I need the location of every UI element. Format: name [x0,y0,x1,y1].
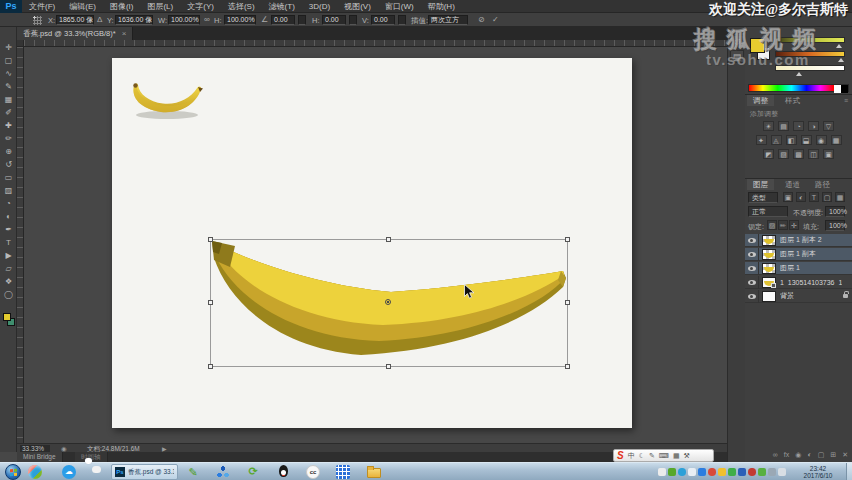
link-dimensions-icon[interactable]: ∞ [204,15,210,24]
height-field[interactable]: 100.00% [224,15,256,25]
tab-layers[interactable]: 图层 [747,179,774,190]
zoom-level-field[interactable]: 33.33% [20,445,50,452]
pen-tool[interactable]: ✒ [0,224,17,236]
quick-select-tool[interactable]: ✎ [0,81,17,93]
path-select-tool[interactable]: ▶ [0,250,17,262]
selective-color-icon[interactable]: ▣ [823,149,834,159]
color-slider-1[interactable] [775,37,845,43]
menu-edit[interactable]: 编辑(E) [62,0,103,13]
layer-visibility-toggle[interactable] [745,234,759,247]
cancel-transform-button[interactable]: ⊘ [478,15,485,24]
delete-layer-button[interactable]: ✕ [842,451,848,459]
photoshop-taskbar-button[interactable]: Ps 香蕉.psd @ 33.3... [111,464,178,480]
threshold-icon[interactable]: ▩ [793,149,804,159]
menu-3d[interactable]: 3D(D) [302,0,337,13]
new-group-button[interactable]: ▢ [818,451,825,459]
panel-foreground-color-swatch[interactable] [750,38,765,53]
vibrance-icon[interactable]: ▽ [823,121,834,131]
menu-view[interactable]: 视图(V) [337,0,378,13]
keyboard-icon[interactable]: ⌨ [659,452,669,460]
gradient-tool[interactable]: ▨ [0,185,17,197]
channel-mixer-icon[interactable]: ◉ [816,135,827,145]
add-mask-button[interactable]: ◉ [795,451,801,459]
dodge-tool[interactable]: ◐ [0,211,17,223]
show-desktop-button[interactable] [846,463,852,480]
posterize-icon[interactable]: ▨ [778,149,789,159]
layer-row[interactable]: 图层 1 副本 2 [745,234,852,247]
lasso-tool[interactable]: ∿ [0,68,17,80]
tray-icon[interactable] [678,468,686,476]
transform-handle-nw[interactable] [208,237,213,242]
tray-icon[interactable] [668,468,676,476]
properties-panel-icon[interactable]: ▤ [730,50,744,63]
close-tab-icon[interactable]: × [122,29,127,38]
color-slider-2[interactable] [775,51,845,57]
v-skew-field[interactable]: 0.00 [371,15,395,25]
healing-brush-tool[interactable]: ✚ [0,120,17,132]
notebook-app-icon[interactable] [336,465,350,479]
filter-smart-objects-icon[interactable]: ▦ [835,192,845,202]
document-tab[interactable]: 香蕉.psd @ 33.3%(RGB/8)* × [17,27,133,40]
transform-handle-s[interactable] [386,364,391,369]
zoom-tool[interactable]: ◯ [0,289,17,301]
layer-thumbnail[interactable] [762,249,776,260]
eraser-tool[interactable]: ▭ [0,172,17,184]
invert-icon[interactable]: ◩ [763,149,774,159]
layer-style-button[interactable]: fx [784,451,789,458]
tray-icon[interactable] [738,468,746,476]
transform-handle-ne[interactable] [565,237,570,242]
new-adjustment-button[interactable]: ◐ [807,451,811,458]
emoji-icon[interactable]: ▦ [673,452,680,460]
cloud-drive-icon[interactable]: ☁ [62,465,76,479]
creative-cloud-icon[interactable]: cc [306,465,320,479]
color-lookup-icon[interactable]: ▦ [831,135,842,145]
input-mode-chinese[interactable]: 中 [628,451,635,461]
layer-row[interactable]: 图层 1 副本 [745,248,852,261]
eyedropper-tool[interactable]: ✐ [0,107,17,119]
curves-icon[interactable]: ◔ [793,121,804,131]
tray-icon[interactable] [768,468,776,476]
pen-icon[interactable]: ✎ [649,452,655,460]
lock-transparency-icon[interactable]: ▨ [767,220,777,230]
x-position-field[interactable]: 1865.00 像 [56,15,94,25]
blur-tool[interactable]: ◔ [0,198,17,210]
transform-handle-n[interactable] [386,237,391,242]
color-balance-icon[interactable]: ◬ [771,135,782,145]
transform-handle-se[interactable] [565,364,570,369]
move-tool[interactable]: ✛ [0,42,17,54]
shape-tool[interactable]: ▱ [0,263,17,275]
filter-pixel-layers-icon[interactable]: ▣ [783,192,793,202]
blend-mode-select[interactable]: 正常 [748,206,788,217]
layer-filter-kind-select[interactable]: 类型 [748,192,778,203]
tray-icon[interactable] [698,468,706,476]
moon-icon[interactable]: ☾ [639,452,645,460]
free-transform-box[interactable] [210,239,568,367]
panel-menu-icon[interactable]: ≡ [844,97,848,104]
filter-adjustment-layers-icon[interactable]: ◐ [796,192,806,202]
h-skew-field[interactable]: 0.00 [322,15,346,25]
layer-visibility-toggle[interactable] [745,276,759,289]
menu-filter[interactable]: 滤镜(T) [262,0,302,13]
security-app-icon[interactable]: ⟳ [246,465,260,479]
menu-window[interactable]: 窗口(W) [378,0,421,13]
black-white-icon[interactable]: ◧ [786,135,797,145]
layer-visibility-toggle[interactable] [745,248,759,261]
hand-tool[interactable]: ❖ [0,276,17,288]
layer-thumbnail[interactable] [762,277,776,288]
tab-adjustments[interactable]: 调整 [747,95,774,106]
levels-icon[interactable]: ▤ [778,121,789,131]
color-spectrum-bar[interactable] [748,84,849,92]
y-position-field[interactable]: 1636.00 像 [115,15,153,25]
new-layer-button[interactable]: ⊞ [830,451,836,459]
width-field[interactable]: 100.00% [168,15,200,25]
marquee-tool[interactable]: ▢ [0,55,17,67]
tab-styles[interactable]: 样式 [779,95,806,106]
type-tool[interactable]: T [0,237,17,249]
foreground-color-swatch[interactable] [3,313,11,321]
tray-icon[interactable] [778,468,786,476]
transform-handle-sw[interactable] [208,364,213,369]
tray-icon[interactable] [688,468,696,476]
layer-visibility-toggle[interactable] [745,262,759,275]
molecule-app-icon[interactable] [216,465,230,479]
gradient-map-icon[interactable]: ◫ [808,149,819,159]
